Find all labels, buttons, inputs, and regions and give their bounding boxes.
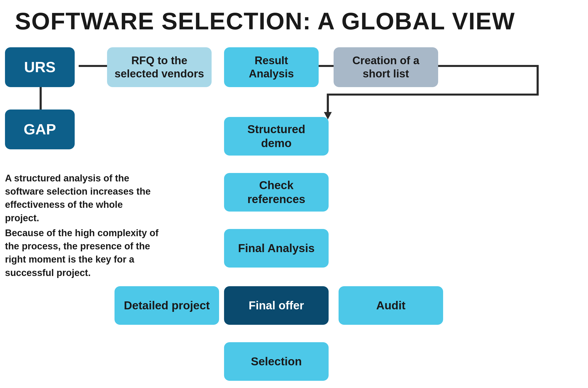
audit-box: Audit (339, 286, 443, 325)
creation-short-list-box: Creation of a short list (334, 47, 438, 87)
selection-box: Selection (224, 342, 329, 381)
rfq-box: RFQ to the selected vendors (107, 47, 212, 87)
text-block-2: Because of the high complexity of the pr… (5, 226, 159, 279)
urs-box: URS (5, 47, 75, 87)
text-block-1: A structured analysis of the software se… (5, 172, 159, 225)
result-analysis-box: Result Analysis (224, 47, 319, 87)
final-analysis-box: Final Analysis (224, 229, 329, 268)
check-references-box: Check references (224, 173, 329, 212)
page-title: SOFTWARE SELECTION: A GLOBAL VIEW (0, 0, 588, 37)
gap-box: GAP (5, 110, 75, 149)
structured-demo-box: Structured demo (224, 117, 329, 156)
final-offer-box: Final offer (224, 286, 329, 325)
detailed-project-box: Detailed project (115, 286, 219, 325)
